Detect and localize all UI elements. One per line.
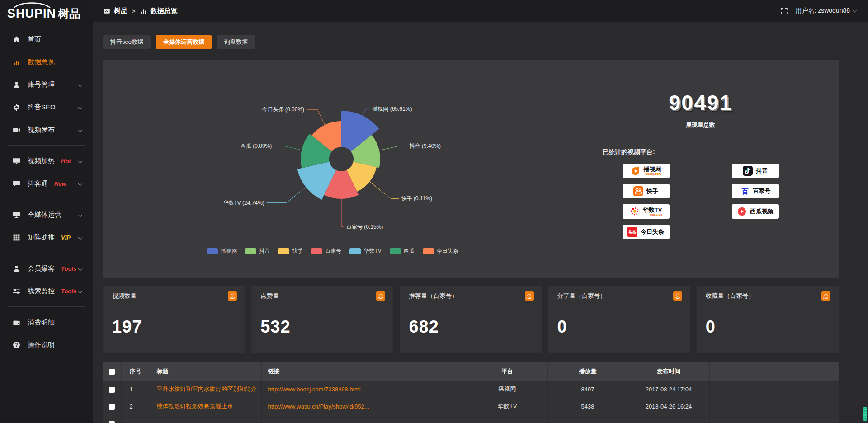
monitor-icon — [13, 157, 20, 165]
stat-card-total-badge: 总 — [525, 291, 534, 301]
platform-badge-text: 百家号 — [753, 188, 771, 194]
table-row-partial — [103, 415, 839, 423]
boosj-logo-icon — [631, 166, 641, 176]
stat-card-header: 视频数量总 — [103, 286, 245, 306]
chevron-down-icon — [78, 181, 83, 186]
main-content: 抖音seo数据全媒体运营数据询盘数据 播视网 (65.61%)抖音 (9.40%… — [93, 22, 868, 423]
sidebar-item-消费明细[interactable]: 消费明细 — [0, 311, 93, 334]
row-checkbox[interactable] — [109, 387, 115, 393]
sidebar-item-矩阵助推[interactable]: 矩阵助推VIP — [0, 226, 93, 249]
title-link[interactable]: 楼体投影灯投影效果震撼上市 — [157, 402, 261, 410]
row-checkbox-cell — [103, 381, 121, 398]
legend-label: 快手 — [292, 247, 303, 255]
sidebar-item-抖音SEO[interactable]: 抖音SEO — [0, 96, 93, 118]
question-icon: ? — [13, 341, 20, 349]
user-icon — [13, 265, 20, 273]
svg-text:百: 百 — [741, 188, 748, 195]
pie-label-line — [267, 187, 306, 202]
sidebar-item-首页[interactable]: 首页 — [0, 28, 93, 51]
sidebar-item-账号管理[interactable]: 账号管理 — [0, 73, 93, 96]
scrollbar-thumb[interactable] — [863, 407, 867, 421]
legend-item-百家号[interactable]: 百家号 — [311, 247, 341, 255]
cell-time: 2017-08-24 17:04 — [628, 381, 709, 398]
legend-label: 播视网 — [221, 247, 237, 255]
breadcrumb-separator: > — [132, 8, 136, 14]
stat-card-收藏量（百家号）: 收藏量（百家号）总0 — [697, 286, 839, 352]
platform-badge-name: 今日头条 — [641, 229, 664, 235]
sidebar-item-label: 操作说明 — [28, 341, 55, 349]
wasu-logo-icon — [630, 207, 640, 216]
sidebar-item-badge: New — [54, 180, 66, 187]
legend-item-西瓜[interactable]: 西瓜 — [390, 247, 415, 255]
url-link[interactable]: http://www.wasu.cn/Play/show/id/952... — [268, 403, 467, 410]
row-checkbox[interactable] — [109, 404, 115, 410]
legend-item-抖音[interactable]: 抖音 — [245, 247, 270, 255]
pie-label-line — [370, 182, 399, 198]
header-标题: 标题 — [153, 362, 261, 381]
fullscreen-icon[interactable] — [780, 7, 788, 15]
chevron-down-icon — [78, 82, 83, 87]
logo-text-cn: 树品 — [58, 7, 80, 20]
gear-icon — [13, 103, 20, 111]
rose-pie-chart: 播视网 (65.61%)抖音 (9.40%)快手 (0.11%)百家号 (0.1… — [103, 60, 562, 245]
sidebar-divider — [8, 253, 85, 253]
pie-label-line — [362, 109, 370, 115]
sidebar-item-数据总览[interactable]: 数据总览 — [0, 51, 93, 73]
chevron-down-icon — [78, 235, 83, 240]
title-link[interactable]: 室外水纹灯和室内水纹灯的区别和简介 — [157, 385, 261, 393]
breadcrumb: 树品 > 数据总览 — [104, 7, 178, 15]
legend-item-播视网[interactable]: 播视网 — [207, 247, 237, 255]
stat-card-total-badge: 总 — [228, 291, 237, 301]
user-menu[interactable]: 用户名: zswodun88 — [795, 7, 856, 15]
platform-badge-text: 抖音 — [756, 168, 768, 174]
tab-询盘数据[interactable]: 询盘数据 — [217, 35, 255, 49]
chart-icon — [13, 58, 20, 66]
sidebar-item-视频加热[interactable]: 视频加热Hot — [0, 150, 93, 172]
sidebar-item-线索监控[interactable]: 线索监控Tools — [0, 280, 93, 302]
douyin-logo-icon — [743, 166, 753, 176]
pie-label-line — [274, 146, 302, 150]
sidebar-item-全媒体运营[interactable]: 全媒体运营 — [0, 203, 93, 226]
platform-badge-text: 今日头条 — [641, 229, 664, 235]
select-all-checkbox[interactable] — [109, 369, 115, 375]
sidebar-item-label: 线索监控 — [28, 287, 55, 296]
legend-item-今日头条[interactable]: 今日头条 — [423, 247, 458, 255]
cell-index: 1 — [121, 381, 153, 398]
platform-badge-name: 播视网 — [644, 166, 661, 173]
legend-swatch — [278, 248, 289, 254]
sidebar-item-label: 全媒体运营 — [28, 211, 61, 219]
breadcrumb-home[interactable]: 树品 — [114, 7, 127, 15]
header-发布时间: 发布时间 — [628, 362, 709, 381]
header-filler — [709, 362, 839, 381]
sidebar-item-会员爆客[interactable]: 会员爆客Tools — [0, 257, 93, 280]
xigua-logo-icon — [737, 207, 747, 216]
sidebar-item-抖客通[interactable]: 抖客通New — [0, 172, 93, 195]
table-row: 1室外水纹灯和室内水纹灯的区别和简介http://www.boosj.com/7… — [103, 381, 839, 398]
platform-badge-西瓜视频: 西瓜视频 — [732, 204, 779, 219]
tab-全媒体运营数据[interactable]: 全媒体运营数据 — [156, 35, 212, 49]
stat-card-total-badge: 总 — [376, 291, 385, 301]
sidebar-item-操作说明[interactable]: ?操作说明 — [0, 334, 93, 356]
app-logo[interactable]: SHUPIN树品 — [0, 0, 93, 28]
sidebar-item-视频发布[interactable]: 视频发布 — [0, 118, 93, 141]
stat-card-total-badge: 总 — [821, 291, 830, 301]
row-checkbox-cell — [103, 398, 121, 415]
legend-label: 抖音 — [259, 247, 270, 255]
tab-抖音seo数据[interactable]: 抖音seo数据 — [103, 35, 151, 49]
svg-text:?: ? — [15, 342, 18, 347]
chat-icon — [13, 180, 20, 188]
platform-badge-sub: boosj.com — [644, 172, 661, 175]
row-checkbox[interactable] — [109, 421, 115, 423]
platform-badge-text: 华数TVwasu.cn — [643, 207, 662, 216]
svg-text:头条: 头条 — [629, 230, 637, 235]
grid-icon — [13, 234, 20, 241]
summary-divider — [583, 136, 818, 136]
app-icon — [104, 8, 110, 14]
url-link[interactable]: http://www.boosj.com/7338468.html — [268, 386, 467, 393]
cell-time: 2018-04-26 16:24 — [628, 398, 709, 415]
cell-empty — [628, 415, 709, 423]
sidebar-item-label: 视频发布 — [28, 126, 55, 134]
legend-item-快手[interactable]: 快手 — [278, 247, 303, 255]
sidebar-divider — [8, 306, 85, 307]
legend-item-华数TV[interactable]: 华数TV — [349, 247, 381, 255]
